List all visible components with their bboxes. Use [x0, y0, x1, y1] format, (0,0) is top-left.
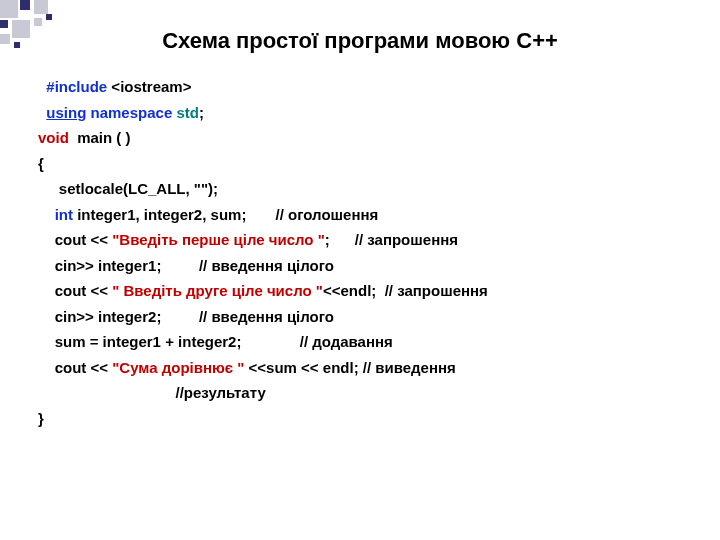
string-3: "Сума дорівнює " — [108, 359, 249, 376]
keyword-namespace: namespace — [86, 104, 172, 121]
cout1-b: ; // запрошення — [325, 231, 458, 248]
code-line-setlocale: setlocale(LC_ALL, ""); — [38, 176, 700, 202]
code-line-int-decl: int integer1, integer2, sum; // оголошен… — [38, 202, 700, 228]
string-2: " Введіть друге ціле число " — [108, 282, 323, 299]
code-line-result-comment: //результату — [38, 380, 700, 406]
op: << — [249, 359, 267, 376]
code-line-cin-2: cin>> integer2; // введення цілого — [38, 304, 700, 330]
op: << — [301, 359, 319, 376]
cout3-c: endl; // виведення — [319, 359, 456, 376]
identifier-std: std — [172, 104, 199, 121]
semicolon: ; — [199, 104, 204, 121]
main-signature: main ( ) — [69, 129, 131, 146]
code-line-cout-3: cout << "Сума дорівнює " <<sum << endl; … — [38, 355, 700, 381]
op: << — [91, 359, 109, 376]
decl-rest: integer1, integer2, sum; // оголошення — [73, 206, 378, 223]
op: << — [91, 231, 109, 248]
code-line-void-main: void main ( ) — [38, 125, 700, 151]
cout3-a: cout — [38, 359, 91, 376]
code-line-using: using namespace std; — [38, 100, 700, 126]
code-line-sum: sum = integer1 + integer2; // додавання — [38, 329, 700, 355]
code-line-include: #include <iostream> — [38, 74, 700, 100]
op: << — [323, 282, 341, 299]
code-line-brace-close: } — [38, 406, 700, 432]
corner-decoration — [0, 0, 90, 60]
keyword-void: void — [38, 129, 69, 146]
code-line-cout-2: cout << " Введіть друге ціле число "<<en… — [38, 278, 700, 304]
code-line-cin-1: cin>> integer1; // введення цілого — [38, 253, 700, 279]
keyword-include: #include — [46, 78, 107, 95]
slide-title: Схема простої програми мовою С++ — [0, 28, 720, 54]
code-block: #include <iostream> using namespace std;… — [0, 74, 720, 431]
string-1: "Введіть перше ціле число " — [108, 231, 325, 248]
cout3-b: sum — [266, 359, 301, 376]
code-line-cout-1: cout << "Введіть перше ціле число "; // … — [38, 227, 700, 253]
include-target: <iostream> — [107, 78, 191, 95]
code-line-brace-open: { — [38, 151, 700, 177]
keyword-int: int — [38, 206, 73, 223]
op: << — [91, 282, 109, 299]
cout2-a: cout — [38, 282, 91, 299]
keyword-using: using — [46, 104, 86, 121]
cout1-a: cout — [38, 231, 91, 248]
cout2-b: endl; // запрошення — [341, 282, 488, 299]
